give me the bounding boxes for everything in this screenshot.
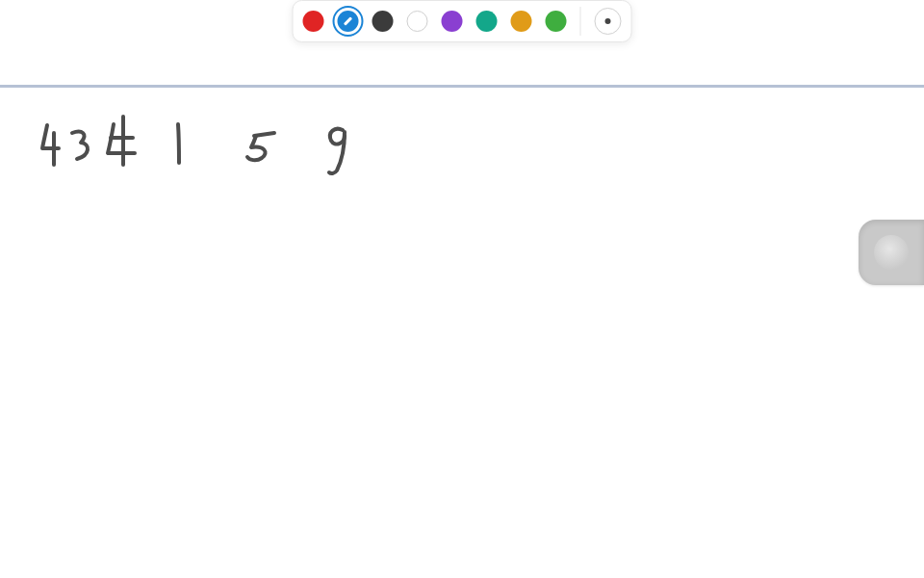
color-swatch-purple[interactable]: [442, 11, 463, 32]
ink-layer: [0, 88, 924, 578]
ink-stroke-3: [72, 132, 88, 159]
assistive-touch-icon: [874, 235, 909, 270]
ink-stroke-4a: [42, 125, 59, 148]
color-swatch-orange[interactable]: [511, 11, 532, 32]
floating-assist-button[interactable]: [859, 220, 924, 285]
more-colors-icon: [605, 18, 611, 24]
color-swatch-teal[interactable]: [476, 11, 498, 32]
more-colors-button[interactable]: [595, 8, 622, 35]
app-stage: [0, 0, 924, 578]
color-swatch-blue[interactable]: [338, 11, 359, 32]
color-swatch-row: [303, 11, 567, 32]
color-palette-toolbar: [293, 0, 632, 42]
ink-stroke-5-body: [247, 136, 266, 160]
color-swatch-green[interactable]: [546, 11, 567, 32]
drawing-canvas[interactable]: [0, 88, 924, 578]
ink-stroke-1: [178, 124, 179, 163]
color-swatch-black[interactable]: [372, 11, 394, 32]
palette-divider: [580, 7, 581, 36]
color-swatch-red[interactable]: [303, 11, 324, 32]
color-swatch-white[interactable]: [407, 11, 428, 32]
